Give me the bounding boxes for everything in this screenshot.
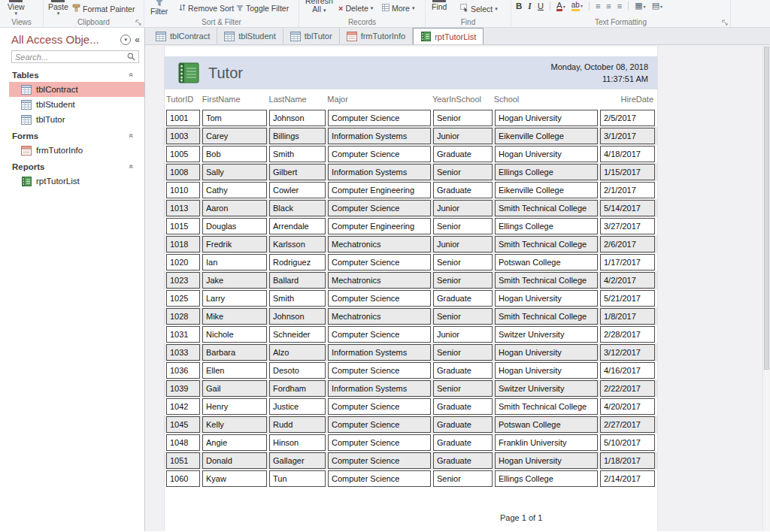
- tab-tblTutor[interactable]: tblTutor: [283, 28, 340, 44]
- report-cell: 2/27/2017: [600, 416, 655, 433]
- nav-item-label: frmTutorInfo: [36, 146, 83, 155]
- nav-item-rptTutorList[interactable]: rptTutorList: [0, 174, 144, 189]
- search-icon[interactable]: [127, 50, 135, 64]
- report-cell: Potswan College: [495, 254, 598, 271]
- nav-item-label: rptTutorList: [36, 177, 80, 186]
- ribbon-group-label: Find: [426, 18, 511, 26]
- report-cell: Computer Science: [328, 146, 431, 162]
- font-color-button[interactable]: A▾: [556, 1, 565, 11]
- report-cell: Computer Science: [328, 200, 431, 216]
- report-cell: Black: [269, 200, 326, 216]
- more-button[interactable]: More ▾: [382, 4, 414, 13]
- report-cell: 1028: [166, 308, 200, 325]
- report-cell: 1051: [166, 452, 200, 469]
- report-cell: 1031: [166, 326, 200, 343]
- report-cell: Rodriguez: [269, 254, 326, 271]
- table-icon: [21, 85, 32, 95]
- report-cell: Johnson: [269, 308, 326, 325]
- align-left-button[interactable]: ≡: [596, 2, 600, 11]
- nav-group-header-forms[interactable]: Forms«: [0, 128, 144, 143]
- background-color-button[interactable]: ▤▾: [652, 1, 662, 11]
- report-cell: Computer Science: [328, 290, 431, 307]
- text-highlight-button[interactable]: ab▾: [571, 0, 583, 11]
- report-header-band: Tutor Monday, October 08, 2018 11:37:51 …: [165, 56, 657, 89]
- page-footer: Page 1 of 1: [500, 513, 542, 522]
- report-cell: Senior: [433, 164, 493, 180]
- report-cell: Graduate: [433, 416, 493, 433]
- ribbon-group-label: Records: [299, 18, 425, 26]
- report-cell: 1008: [166, 164, 200, 180]
- tab-tblContract[interactable]: tblContract: [149, 28, 217, 44]
- report-cell: Henry: [202, 398, 267, 415]
- nav-pane-menu-icon[interactable]: ▾: [120, 35, 131, 45]
- align-right-button[interactable]: ≡: [617, 2, 622, 11]
- bold-button[interactable]: B: [516, 2, 522, 11]
- italic-button[interactable]: I: [528, 2, 531, 11]
- report-cell: Mechatronics: [328, 308, 431, 325]
- report-cell: Graduate: [433, 398, 493, 415]
- paste-button[interactable]: Paste ▾: [48, 0, 68, 16]
- nav-pane-title[interactable]: All Access Obje...: [11, 33, 120, 46]
- ribbon-group-text-formatting: B I U A▾ ab▾ ≡ ≡ ≡ ▦▾ ▤▾ Text Formatting: [511, 0, 731, 27]
- report-cell: 1010: [166, 182, 200, 198]
- nav-item-frmTutorInfo[interactable]: frmTutorInfo: [0, 143, 144, 158]
- report-cell: 1013: [166, 200, 200, 216]
- tab-rptTutorList[interactable]: rptTutorList: [413, 28, 484, 44]
- filter-button[interactable]: Filter: [150, 0, 168, 16]
- report-row: 1028MikeJohnsonMechatronicsSeniorSmith T…: [165, 307, 657, 325]
- separator: [628, 2, 629, 11]
- report-cell: Hogan University: [495, 146, 598, 162]
- report-cell: 1042: [166, 398, 200, 415]
- nav-group-header-reports[interactable]: Reports«: [0, 159, 144, 174]
- report-row: 1010CathyCowlerComputer EngineeringGradu…: [165, 181, 657, 199]
- delete-button[interactable]: × Delete ▾: [338, 4, 373, 13]
- search-box[interactable]: [11, 50, 139, 63]
- report-cell: 1045: [166, 416, 200, 433]
- report-cell: Justice: [269, 398, 326, 415]
- report-cell: Switzer University: [495, 326, 598, 343]
- chevron-down-icon: ▾: [660, 5, 662, 9]
- nav-item-tblStudent[interactable]: tblStudent: [0, 97, 144, 112]
- underline-button[interactable]: U: [538, 2, 544, 11]
- format-painter-button[interactable]: Format Painter: [72, 4, 135, 14]
- report-cell: 1005: [166, 146, 200, 162]
- tab-frmTutorInfo[interactable]: frmTutorInfo: [340, 28, 414, 44]
- ribbon-group-views: View ▾ Views: [0, 0, 44, 27]
- ribbon-group-sort-filter: Filter Remove Sort Toggle Filter Sort & …: [144, 0, 299, 27]
- gridlines-button[interactable]: ▦▾: [635, 1, 645, 11]
- format-painter-icon: [72, 4, 80, 14]
- find-button[interactable]: Find: [432, 0, 447, 11]
- refresh-all-button[interactable]: Refresh All ▾: [305, 0, 333, 14]
- report-row: 1001TomJohnsonComputer ScienceSeniorHoga…: [165, 109, 657, 127]
- report-row: 1033BarbaraAlzoInformation SystemsSenior…: [165, 343, 657, 361]
- shutter-bar-close-icon[interactable]: «: [135, 35, 140, 45]
- report-cell: Ellings College: [495, 218, 598, 234]
- chevron-down-icon: ▾: [581, 4, 583, 8]
- report-cell: 1023: [166, 272, 200, 289]
- report-cell: Desoto: [269, 362, 326, 379]
- report-cell: Sally: [202, 164, 267, 180]
- report-cell: Hinson: [269, 434, 326, 451]
- scrollbar-thumb[interactable]: [764, 47, 769, 370]
- nav-item-tblContract[interactable]: tblContract: [9, 82, 144, 97]
- toggle-filter-button[interactable]: Toggle Filter: [236, 4, 289, 13]
- form-icon: [21, 146, 32, 156]
- report-row: 1045KellyRuddComputer ScienceGraduatePot…: [165, 416, 657, 434]
- remove-sort-button[interactable]: Remove Sort: [179, 4, 234, 13]
- vertical-scrollbar[interactable]: [762, 45, 770, 531]
- report-date: Monday, October 08, 2018: [551, 61, 648, 73]
- report-page[interactable]: Tutor Monday, October 08, 2018 11:37:51 …: [164, 47, 658, 531]
- report-cell: 4/20/2017: [600, 398, 655, 415]
- align-center-button[interactable]: ≡: [606, 2, 611, 11]
- report-cell: Computer Science: [328, 452, 431, 469]
- nav-group-header-tables[interactable]: Tables«: [0, 68, 144, 82]
- view-button[interactable]: View ▾: [8, 0, 25, 16]
- report-cell: Hogan University: [495, 344, 598, 361]
- report-cell: Information Systems: [328, 380, 431, 397]
- nav-item-tblTutor[interactable]: tblTutor: [0, 112, 144, 127]
- report-cell: Kyaw: [202, 470, 267, 487]
- report-cell: 1003: [166, 128, 200, 144]
- select-button[interactable]: Select ▾: [460, 4, 498, 14]
- search-input[interactable]: [15, 53, 127, 62]
- tab-tblStudent[interactable]: tblStudent: [217, 28, 283, 44]
